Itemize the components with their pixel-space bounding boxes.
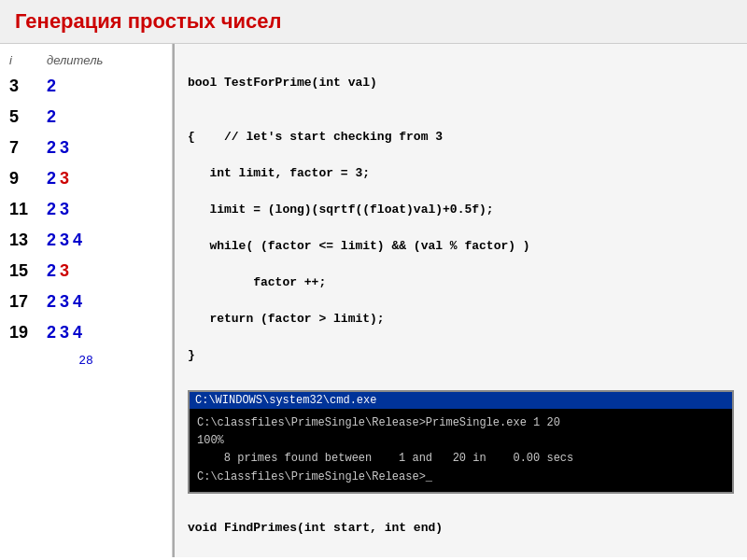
table-row: 17 2 3 4	[9, 292, 162, 312]
row-factors: 2	[47, 77, 56, 96]
row-factors: 2 3 4	[47, 231, 82, 250]
row-number: 3	[9, 77, 47, 96]
bottom-note: 28	[9, 354, 162, 368]
factor: 2	[47, 200, 56, 219]
factor: 2	[47, 77, 56, 96]
table-row: 3 2	[9, 77, 162, 96]
factor: 4	[73, 323, 82, 343]
factor: 2	[47, 292, 56, 312]
row-factors: 2 3	[47, 169, 69, 189]
code-line: limit = (long)(sqrtf((float)val)+0.5f);	[188, 203, 494, 217]
code-line: while( (factor <= limit) && (val % facto…	[188, 239, 530, 253]
terminal-titlebar: C:\WINDOWS\system32\cmd.exe	[190, 392, 732, 409]
row-factors: 2 3 4	[47, 292, 82, 312]
factor: 4	[73, 292, 82, 312]
table-row: 15 2 3	[9, 261, 162, 281]
factor: 2	[47, 107, 56, 127]
main-content: i делитель 3 2 5 2 7 2 3 9	[0, 44, 747, 557]
table-row: 11 2 3	[9, 200, 162, 219]
terminal-line: C:\classfiles\PrimeSingle\Release>PrimeS…	[197, 416, 560, 429]
row-factors: 2 3	[47, 261, 69, 281]
factor: 2	[47, 169, 56, 189]
row-number: 19	[9, 323, 47, 343]
factor: 3	[60, 323, 69, 343]
row-factors: 2	[47, 107, 56, 127]
factor: 3	[60, 231, 69, 250]
table-row: 9 2 3	[9, 169, 162, 189]
factor: 3	[60, 292, 69, 312]
factor: 3	[60, 200, 69, 219]
terminal-line: C:\classfiles\PrimeSingle\Release>_	[197, 470, 432, 483]
code-line: void FindPrimes(int start, int end)	[188, 521, 443, 535]
row-number: 5	[9, 107, 47, 127]
row-number: 11	[9, 200, 47, 219]
page-title: Генерация простых чисел	[0, 0, 747, 44]
terminal-line: 100%	[197, 434, 224, 447]
terminal-line: 8 primes found between 1 and 20 in 0.00 …	[197, 452, 573, 465]
row-number: 9	[9, 169, 47, 189]
code-line: int limit, factor = 3;	[188, 166, 370, 180]
code-line: bool TestForPrime(int val)	[188, 76, 377, 90]
factor: 2	[47, 138, 56, 158]
col-i-header: i	[9, 53, 47, 67]
terminal-window: C:\WINDOWS\system32\cmd.exe C:\classfile…	[188, 390, 734, 494]
table-header: i делитель	[9, 53, 162, 69]
code-block-bottom: void FindPrimes(int start, int end) { in…	[188, 501, 734, 557]
factor: 2	[47, 231, 56, 250]
row-factors: 2 3 4	[47, 323, 82, 343]
table-row: 7 2 3	[9, 138, 162, 158]
row-factors: 2 3	[47, 200, 69, 219]
table-row: 19 2 3 4	[9, 323, 162, 343]
code-line: }	[188, 348, 195, 362]
table-row: 13 2 3 4	[9, 231, 162, 250]
code-line: return (factor > limit);	[188, 312, 385, 326]
factor: 3	[60, 261, 69, 281]
row-number: 7	[9, 138, 47, 158]
factor: 2	[47, 261, 56, 281]
terminal-body: C:\classfiles\PrimeSingle\Release>PrimeS…	[190, 409, 732, 492]
row-number: 15	[9, 261, 47, 281]
row-factors: 2 3	[47, 138, 69, 158]
row-number: 17	[9, 292, 47, 312]
code-block-top: bool TestForPrime(int val) { // let's st…	[188, 55, 734, 383]
factor: 4	[73, 231, 82, 250]
table-row: 5 2	[9, 107, 162, 127]
code-line: { // let's start checking from 3	[188, 130, 443, 144]
col-div-header: делитель	[47, 53, 103, 67]
code-line: factor ++;	[188, 275, 326, 289]
factor: 3	[60, 169, 69, 189]
factor: 3	[60, 138, 69, 158]
row-number: 13	[9, 231, 47, 250]
left-panel: i делитель 3 2 5 2 7 2 3 9	[0, 44, 173, 557]
factor: 2	[47, 323, 56, 343]
right-panel: bool TestForPrime(int val) { // let's st…	[173, 44, 747, 557]
